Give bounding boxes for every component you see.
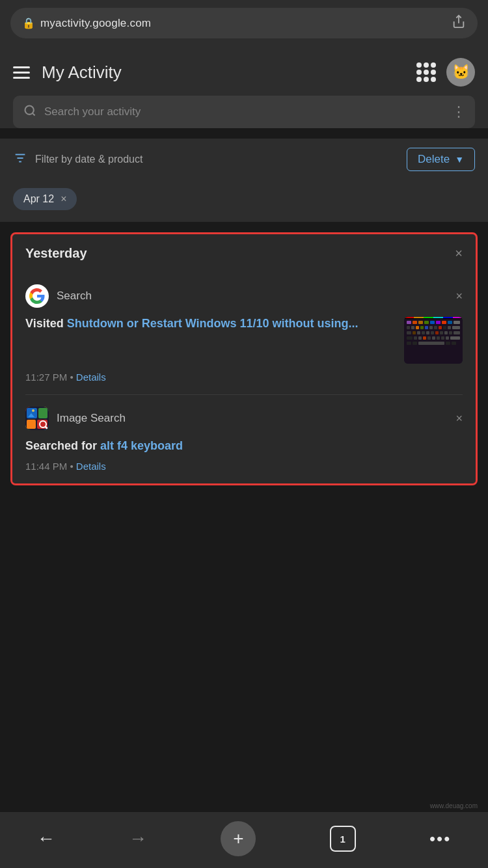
meta-dot: • <box>70 372 75 383</box>
svg-rect-49 <box>407 342 411 345</box>
svg-rect-48 <box>450 336 460 340</box>
svg-rect-30 <box>417 331 420 334</box>
section-close-icon[interactable]: × <box>455 246 463 261</box>
bottom-spacer <box>0 496 488 554</box>
hamburger-line <box>13 66 30 68</box>
tabs-button[interactable]: 1 <box>330 826 356 852</box>
activity-content-image: Searched for alt f4 keyboard <box>25 439 463 453</box>
delete-button[interactable]: Delete ▼ <box>407 148 475 171</box>
search-icon <box>23 104 36 120</box>
svg-rect-23 <box>434 326 437 329</box>
delete-label: Delete <box>418 153 450 166</box>
details-link-image[interactable]: Details <box>76 461 106 472</box>
google-icon <box>25 284 49 308</box>
svg-rect-56 <box>414 317 424 318</box>
app-header: My Activity 🐱 Search your activity ⋮ <box>0 47 488 128</box>
activity-text-search: Visited Shutdown or Restart Windows 11/1… <box>25 317 396 331</box>
svg-rect-6 <box>37 295 45 297</box>
svg-rect-39 <box>407 336 413 340</box>
svg-rect-17 <box>407 326 410 329</box>
search-bar-left: Search your activity <box>23 104 141 120</box>
svg-rect-64 <box>27 420 36 429</box>
svg-rect-59 <box>443 317 453 318</box>
source-label-search: Search <box>57 290 92 303</box>
hamburger-icon[interactable] <box>13 66 30 79</box>
back-icon: ← <box>37 828 55 849</box>
activity-link-image[interactable]: alt f4 keyboard <box>100 439 183 452</box>
header-right: 🐱 <box>416 58 475 87</box>
filter-text: Filter by date & product <box>35 154 142 165</box>
apps-icon[interactable] <box>416 62 436 82</box>
svg-rect-14 <box>442 321 446 324</box>
svg-rect-12 <box>430 321 435 324</box>
svg-rect-36 <box>444 331 448 334</box>
svg-rect-10 <box>418 321 423 324</box>
svg-rect-21 <box>425 326 428 329</box>
keyboard-image <box>404 317 463 364</box>
svg-rect-22 <box>429 326 433 329</box>
svg-rect-29 <box>413 331 416 334</box>
back-button[interactable]: ← <box>37 828 55 849</box>
activity-link-search[interactable]: Shutdown or Restart Windows 11/10 withou… <box>67 317 359 330</box>
activity-source: Search <box>25 284 92 308</box>
activity-content-search: Visited Shutdown or Restart Windows 11/1… <box>25 317 463 364</box>
activity-meta-search: 11:27 PM • Details <box>25 372 463 383</box>
keyboard-thumbnail[interactable] <box>404 317 463 364</box>
image-search-icon-svg <box>25 407 49 430</box>
watermark: www.deuag.com <box>430 802 478 809</box>
svg-rect-50 <box>413 342 417 345</box>
new-tab-button[interactable]: + <box>221 821 256 856</box>
svg-rect-16 <box>454 321 460 324</box>
svg-rect-9 <box>413 321 417 324</box>
date-chip-row: Apr 12 × <box>0 180 488 222</box>
activity-item-header-2: Image Search × <box>25 407 463 430</box>
more-options-icon[interactable]: ⋮ <box>452 103 465 120</box>
activity-meta-image: 11:44 PM • Details <box>25 461 463 472</box>
svg-rect-37 <box>449 331 452 334</box>
svg-rect-11 <box>424 321 429 324</box>
activity-description-image-prefix: Searched for <box>25 439 100 452</box>
activity-description-prefix: Visited <box>25 317 67 330</box>
bottom-nav: ← → + 1 ••• <box>0 812 488 868</box>
search-bar[interactable]: Search your activity ⋮ <box>13 96 475 128</box>
timestamp-image: 11:44 PM <box>25 461 67 472</box>
lock-icon: 🔒 <box>22 17 35 29</box>
item-close-image-search[interactable]: × <box>455 412 463 426</box>
address-bar[interactable]: 🔒 myactivity.google.com <box>10 8 478 38</box>
image-search-source-icon <box>25 407 49 430</box>
browser-chrome: 🔒 myactivity.google.com <box>0 0 488 47</box>
svg-rect-58 <box>433 317 443 318</box>
svg-rect-53 <box>452 342 456 345</box>
share-icon[interactable] <box>452 14 466 32</box>
app-title: My Activity <box>42 62 122 83</box>
svg-rect-28 <box>407 331 411 334</box>
forward-button[interactable]: → <box>129 828 147 849</box>
meta-dot-2: • <box>70 461 75 472</box>
svg-rect-19 <box>416 326 419 329</box>
svg-rect-8 <box>407 321 411 324</box>
svg-rect-55 <box>404 317 414 318</box>
source-label-image: Image Search <box>57 412 126 425</box>
header-left: My Activity <box>13 62 122 83</box>
main-content: Yesterday × Search <box>0 222 488 496</box>
avatar[interactable]: 🐱 <box>446 58 475 87</box>
more-button[interactable]: ••• <box>429 829 451 849</box>
date-chip-text: Apr 12 <box>23 193 54 205</box>
details-link-search[interactable]: Details <box>76 372 106 383</box>
chevron-down-icon: ▼ <box>455 154 464 165</box>
avatar-emoji: 🐱 <box>452 64 470 81</box>
svg-rect-47 <box>446 336 449 340</box>
svg-rect-26 <box>448 326 451 329</box>
item-close-search[interactable]: × <box>455 290 463 303</box>
svg-rect-35 <box>440 331 443 334</box>
svg-rect-24 <box>439 326 442 329</box>
svg-rect-20 <box>420 326 424 329</box>
hamburger-line <box>13 77 30 79</box>
date-chip[interactable]: Apr 12 × <box>13 188 77 210</box>
svg-rect-27 <box>452 326 460 329</box>
svg-rect-38 <box>454 331 460 334</box>
tabs-count: 1 <box>340 834 345 845</box>
date-chip-close[interactable]: × <box>61 193 66 205</box>
svg-rect-15 <box>448 321 452 324</box>
svg-point-66 <box>32 409 34 412</box>
